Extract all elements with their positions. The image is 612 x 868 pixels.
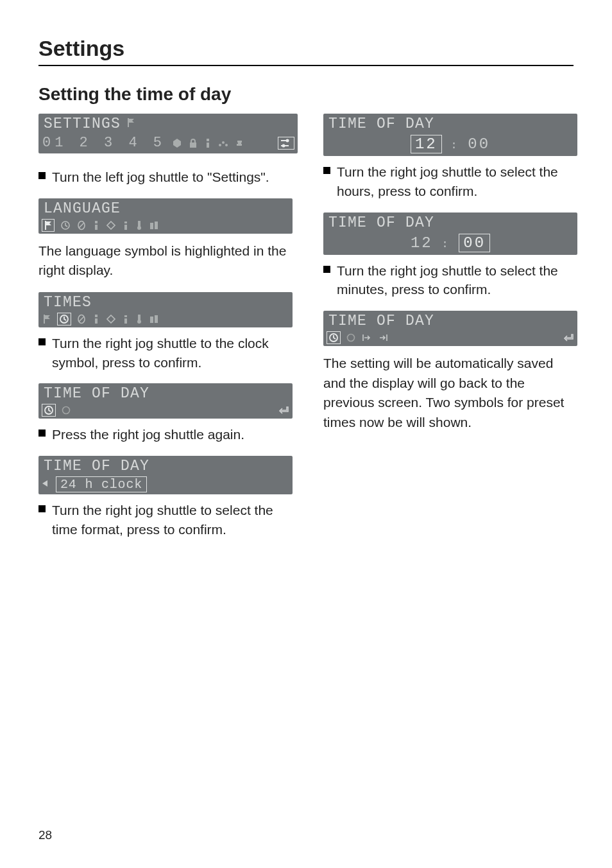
svg-point-5 xyxy=(225,144,228,146)
time-colon: : xyxy=(442,239,450,250)
step-1: Turn the left jog shuttle to "Settings". xyxy=(38,168,298,187)
step-3-text: Press the right jog shuttle again. xyxy=(52,425,244,444)
info-filled-icon xyxy=(204,138,212,148)
thermometer-icon xyxy=(136,220,142,230)
enter-icon xyxy=(562,333,574,342)
svg-rect-16 xyxy=(138,221,140,227)
info-icon xyxy=(122,314,130,324)
svg-marker-25 xyxy=(107,315,115,323)
zero-icon xyxy=(77,220,86,230)
hex-icon xyxy=(172,138,182,148)
svg-rect-31 xyxy=(155,315,158,323)
end-arrow-icon xyxy=(378,333,389,342)
svg-line-22 xyxy=(79,317,84,322)
hours-value: 12 xyxy=(411,234,433,252)
diamond-icon xyxy=(106,315,115,324)
lcd-tod-5: TIME OF DAY xyxy=(323,311,577,346)
svg-rect-2 xyxy=(207,143,209,148)
s-icon xyxy=(235,139,244,148)
lcd-language-title: LANGUAGE xyxy=(44,200,121,217)
svg-rect-1 xyxy=(207,139,209,141)
svg-rect-26 xyxy=(124,315,127,317)
after-language-text: The language symbol is highlighted in th… xyxy=(38,241,298,281)
bullet-square-icon xyxy=(323,167,330,174)
svg-rect-24 xyxy=(95,318,98,324)
svg-point-3 xyxy=(219,144,221,146)
option-24h: 24 h clock xyxy=(56,477,146,492)
step-6: Turn the right jog shuttle to select the… xyxy=(323,261,577,300)
svg-marker-13 xyxy=(107,221,115,229)
step-6-text: Turn the right jog shuttle to select the… xyxy=(337,261,577,300)
svg-point-6 xyxy=(286,139,289,142)
dots-icon xyxy=(218,139,228,148)
minutes-value: 00 xyxy=(459,234,490,252)
zero-icon xyxy=(77,314,86,324)
clock-icon xyxy=(60,220,71,230)
lcd-tod-2: TIME OF DAY 24 h clock xyxy=(38,456,293,494)
lcd-times: TIMES xyxy=(38,292,293,327)
lcd-tod-4: TIME OF DAY 12 : 00 xyxy=(323,213,577,255)
svg-rect-23 xyxy=(95,315,98,317)
bullet-square-icon xyxy=(38,172,46,179)
svg-line-10 xyxy=(79,223,84,228)
lcd-times-title: TIMES xyxy=(44,294,92,311)
svg-rect-27 xyxy=(124,318,127,324)
step-5: Turn the right jog shuttle to select the… xyxy=(323,162,577,201)
svg-point-36 xyxy=(348,334,355,342)
clock-icon xyxy=(58,313,71,325)
building-icon xyxy=(149,315,159,324)
step-5-text: Turn the right jog shuttle to select the… xyxy=(337,162,577,201)
thermometer-icon xyxy=(136,314,142,324)
bullet-square-icon xyxy=(38,338,46,345)
svg-marker-34 xyxy=(42,480,47,487)
lcd-language: LANGUAGE xyxy=(38,198,293,234)
bullet-square-icon xyxy=(38,430,46,437)
lcd-tod-3: TIME OF DAY 12 : 00 xyxy=(323,114,577,156)
svg-rect-28 xyxy=(138,315,140,320)
svg-rect-12 xyxy=(95,225,98,230)
flag-icon xyxy=(42,220,54,231)
lcd-tod1-title: TIME OF DAY xyxy=(44,385,149,402)
svg-marker-0 xyxy=(173,139,181,148)
step-1-text: Turn the left jog shuttle to "Settings". xyxy=(52,168,269,187)
right-column: TIME OF DAY 12 : 00 Turn the right jog s… xyxy=(323,114,577,551)
lcd-tod-1: TIME OF DAY xyxy=(38,383,293,419)
enter-icon xyxy=(277,406,289,415)
section-title: Setting the time of day xyxy=(38,84,574,105)
svg-rect-15 xyxy=(124,225,127,230)
step-2: Turn the right jog shuttle to the clock … xyxy=(38,334,298,372)
bullet-square-icon xyxy=(38,505,46,512)
lcd-settings: SETTINGS 01 2 3 4 5 xyxy=(38,114,298,153)
left-column: SETTINGS 01 2 3 4 5 xyxy=(38,114,298,551)
step-4: Turn the right jog shuttle to select the… xyxy=(38,501,298,539)
svg-rect-14 xyxy=(124,221,127,223)
clock-icon xyxy=(42,404,55,416)
lcd-settings-title: SETTINGS xyxy=(44,116,121,132)
clock-icon xyxy=(327,332,340,343)
page-title: Settings xyxy=(38,36,574,61)
lcd-tod4-title: TIME OF DAY xyxy=(328,214,434,231)
step-3: Press the right jog shuttle again. xyxy=(38,425,298,444)
lcd-settings-numbers: 01 2 3 4 5 xyxy=(42,135,166,151)
building-icon xyxy=(149,221,159,230)
minutes-value: 00 xyxy=(468,135,490,153)
svg-rect-18 xyxy=(150,223,153,229)
svg-point-29 xyxy=(137,320,141,324)
svg-point-17 xyxy=(137,226,141,230)
heading-rule xyxy=(38,65,574,66)
diamond-icon xyxy=(106,221,115,230)
page-number: 28 xyxy=(38,828,52,842)
lcd-tod5-title: TIME OF DAY xyxy=(328,313,434,329)
final-text: The setting will be automatically saved … xyxy=(323,354,577,432)
start-arrow-icon xyxy=(362,333,372,342)
info-icon xyxy=(122,220,130,230)
flag-icon xyxy=(126,116,136,132)
circle-off-icon xyxy=(346,333,355,342)
step-4-text: Turn the right jog shuttle to select the… xyxy=(52,501,298,539)
svg-rect-19 xyxy=(155,221,158,229)
circle-off-icon xyxy=(62,406,71,415)
svg-point-7 xyxy=(282,144,285,147)
svg-point-33 xyxy=(63,407,70,414)
time-colon: : xyxy=(451,140,459,152)
svg-point-4 xyxy=(222,141,225,144)
